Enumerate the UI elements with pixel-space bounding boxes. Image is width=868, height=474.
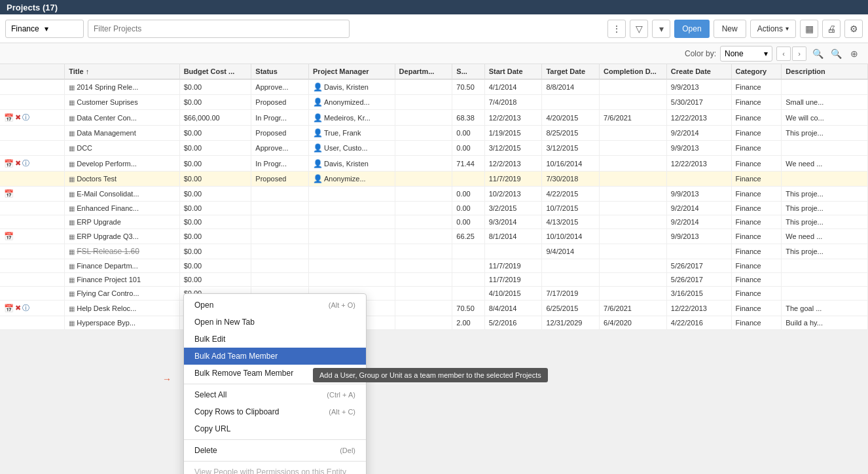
- cell-desc: Build a hy...: [782, 316, 868, 330]
- menu-item-0[interactable]: Open (Alt + O): [184, 297, 366, 314]
- cell-title[interactable]: ▦Doctors Test: [65, 172, 179, 187]
- cell-category: Finance: [731, 79, 782, 95]
- col-title[interactable]: Title ↑: [65, 64, 179, 79]
- more-options-icon[interactable]: ⋮: [607, 20, 626, 38]
- menu-item-1[interactable]: Open in New Tab: [184, 314, 366, 331]
- open-button[interactable]: Open: [674, 20, 709, 38]
- col-created[interactable]: Create Date: [666, 64, 731, 79]
- actions-button[interactable]: Actions ▾: [750, 20, 796, 38]
- cell-target: 6/25/2015: [542, 301, 600, 316]
- color-by-label: Color by:: [685, 49, 716, 58]
- table-row[interactable]: ▦Data Management $0.00 Proposed 👤True, F…: [0, 126, 868, 141]
- table-row[interactable]: ▦FSL Release 1.60 $0.00 9/4/2014 Finance…: [0, 244, 868, 259]
- cell-completion: [600, 215, 667, 229]
- table-row[interactable]: 📅 ▦ERP Upgrade Q3... $0.00 66.25 8/1/201…: [0, 229, 868, 244]
- menu-item-4[interactable]: Bulk Remove Team Member: [184, 365, 366, 382]
- cell-title[interactable]: ▦ERP Upgrade Q3...: [65, 229, 179, 244]
- col-status[interactable]: Status: [251, 64, 309, 79]
- cell-title[interactable]: ▦Hyperspace Byp...: [65, 316, 179, 330]
- table-row[interactable]: ▦Finance Project 101 $0.00 11/7/2019 5/2…: [0, 273, 868, 287]
- cell-title[interactable]: ▦Help Desk Reloc...: [65, 301, 179, 316]
- cell-health: [0, 215, 65, 229]
- cell-created: 12/22/2013: [666, 156, 731, 172]
- cell-title[interactable]: ▦Enhanced Financ...: [65, 202, 179, 215]
- cell-target: 10/7/2015: [542, 202, 600, 215]
- cell-title[interactable]: ▦Data Management: [65, 126, 179, 141]
- table-header-row: Title ↑ Budget Cost ... Status Project M…: [0, 64, 868, 79]
- col-dept[interactable]: Departm...: [395, 64, 452, 79]
- zoom-in-icon[interactable]: 🔍: [829, 46, 843, 61]
- cell-title[interactable]: ▦Finance Project 101: [65, 273, 179, 287]
- cell-category: Finance: [731, 202, 782, 215]
- cell-completion: [600, 126, 667, 141]
- table-row[interactable]: ▦Customer Suprises $0.00 Proposed 👤Anony…: [0, 95, 868, 110]
- settings-icon[interactable]: ⚙: [844, 20, 863, 38]
- table-row[interactable]: 📅✖ⓘ ▦Data Center Con... $66,000.00 In Pr…: [0, 110, 868, 126]
- menu-divider: [184, 461, 366, 462]
- cell-title[interactable]: ▦DCC: [65, 141, 179, 156]
- print-icon[interactable]: 🖨: [822, 20, 841, 38]
- new-button[interactable]: New: [714, 20, 746, 38]
- next-arrow[interactable]: ›: [792, 46, 806, 61]
- menu-item-8[interactable]: Delete (Del): [184, 442, 366, 459]
- filter-icon[interactable]: ▽: [630, 20, 648, 38]
- table-row[interactable]: ▦DCC $0.00 Approve... 👤User, Custo... 0.…: [0, 141, 868, 156]
- col-category[interactable]: Category: [731, 64, 782, 79]
- cell-status: [251, 244, 309, 259]
- context-menu: Open (Alt + O) Open in New Tab Bulk Edit…: [183, 293, 367, 474]
- filter-dropdown[interactable]: Finance ▾: [5, 20, 84, 38]
- col-target[interactable]: Target Date: [542, 64, 600, 79]
- menu-item-label: View People with Permissions on this Ent…: [194, 467, 346, 474]
- cell-start: 3/2/2015: [484, 202, 542, 215]
- grid-view-icon[interactable]: ▦: [800, 20, 818, 38]
- cell-title[interactable]: ▦Finance Departm...: [65, 259, 179, 273]
- col-start[interactable]: Start Date: [484, 64, 542, 79]
- table-row[interactable]: 📅 ▦E-Mail Consolidat... $0.00 0.00 10/2/…: [0, 187, 868, 202]
- menu-item-5[interactable]: Select All (Ctrl + A): [184, 386, 366, 403]
- cell-category: Finance: [731, 287, 782, 301]
- table-row[interactable]: ▦Finance Departm... $0.00 11/7/2019 5/26…: [0, 259, 868, 273]
- cell-title[interactable]: ▦Flying Car Contro...: [65, 287, 179, 301]
- cell-title[interactable]: ▦2014 Spring Rele...: [65, 79, 179, 95]
- col-health[interactable]: [0, 64, 65, 79]
- cell-title[interactable]: ▦FSL Release 1.60: [65, 244, 179, 259]
- table-container: Title ↑ Budget Cost ... Status Project M…: [0, 64, 868, 474]
- cell-title[interactable]: ▦Data Center Con...: [65, 110, 179, 126]
- zoom-reset-icon[interactable]: ⊕: [847, 46, 861, 61]
- table-row[interactable]: ▦ERP Upgrade $0.00 0.00 9/3/2014 4/13/20…: [0, 215, 868, 229]
- table-row[interactable]: 📅✖ⓘ ▦Help Desk Reloc... $0.00 70.50 8/4/…: [0, 301, 868, 316]
- cell-title[interactable]: ▦Develop Perform...: [65, 156, 179, 172]
- col-completion[interactable]: Completion D...: [600, 64, 667, 79]
- actions-chevron-icon: ▾: [786, 25, 789, 32]
- cell-pm: 👤User, Custo...: [309, 141, 395, 156]
- menu-item-3[interactable]: Bulk Add Team Member: [184, 348, 366, 365]
- menu-item-6[interactable]: Copy Rows to Clipboard (Alt + C): [184, 403, 366, 420]
- cell-title[interactable]: ▦E-Mail Consolidat...: [65, 187, 179, 202]
- cell-completion: [600, 172, 667, 187]
- table-row[interactable]: ▦Doctors Test $0.00 Proposed 👤Anonymize.…: [0, 172, 868, 187]
- cell-dept: [395, 79, 452, 95]
- color-select[interactable]: None ▾: [720, 46, 772, 62]
- col-pm[interactable]: Project Manager: [309, 64, 395, 79]
- col-budget[interactable]: Budget Cost ...: [179, 64, 251, 79]
- table-row[interactable]: ▦Flying Car Contro... $0.00 4/10/2015 7/…: [0, 287, 868, 301]
- cell-title[interactable]: ▦ERP Upgrade: [65, 215, 179, 229]
- cell-health: [0, 141, 65, 156]
- zoom-out-icon[interactable]: 🔍: [810, 46, 825, 61]
- prev-arrow[interactable]: ‹: [776, 46, 791, 61]
- menu-item-7[interactable]: Copy URL: [184, 420, 366, 437]
- cell-start: 7/4/2018: [484, 95, 542, 110]
- table-row[interactable]: ▦2014 Spring Rele... $0.00 Approve... 👤D…: [0, 79, 868, 95]
- menu-item-2[interactable]: Bulk Edit: [184, 331, 366, 348]
- cell-target: 7/17/2019: [542, 287, 600, 301]
- cell-category: Finance: [731, 95, 782, 110]
- cell-budget: $0.00: [179, 187, 251, 202]
- filter-input[interactable]: [88, 20, 350, 38]
- col-desc[interactable]: Description: [782, 64, 868, 79]
- table-row[interactable]: 📅✖ⓘ ▦Develop Perform... $0.00 In Progr..…: [0, 156, 868, 172]
- table-row[interactable]: ▦Enhanced Financ... $0.00 0.00 3/2/2015 …: [0, 202, 868, 215]
- table-row[interactable]: ▦Hyperspace Byp... $0.00 2.00 5/2/2016 1…: [0, 316, 868, 330]
- col-s[interactable]: S...: [452, 64, 484, 79]
- cell-title[interactable]: ▦Customer Suprises: [65, 95, 179, 110]
- filter-chevron-icon[interactable]: ▾: [652, 20, 670, 38]
